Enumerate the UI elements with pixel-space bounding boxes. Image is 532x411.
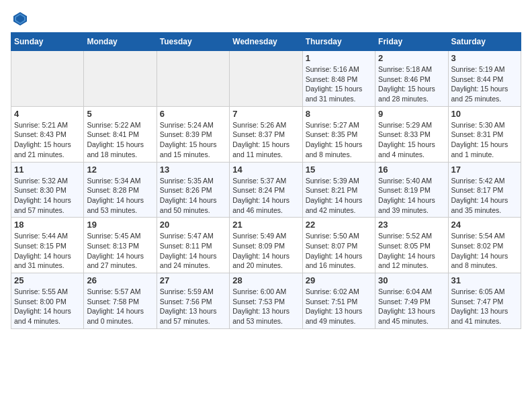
- day-info: Sunrise: 5:49 AMSunset: 8:09 PMDaylight:…: [232, 231, 299, 271]
- calendar-cell: 4Sunrise: 5:21 AMSunset: 8:43 PMDaylight…: [11, 106, 84, 162]
- day-number: 27: [160, 275, 226, 285]
- day-number: 10: [451, 109, 518, 119]
- day-info: Sunrise: 6:00 AMSunset: 7:53 PMDaylight:…: [232, 287, 299, 326]
- day-number: 4: [14, 109, 81, 119]
- weekday-header: Tuesday: [157, 33, 229, 51]
- day-info: Sunrise: 5:59 AMSunset: 7:56 PMDaylight:…: [160, 287, 226, 326]
- day-number: 20: [160, 220, 226, 230]
- day-number: 29: [306, 275, 372, 285]
- weekday-header: Thursday: [302, 33, 375, 51]
- day-info: Sunrise: 5:54 AMSunset: 8:02 PMDaylight:…: [451, 231, 518, 271]
- calendar-cell: 23Sunrise: 5:52 AMSunset: 8:05 PMDayligh…: [375, 218, 448, 273]
- day-info: Sunrise: 5:35 AMSunset: 8:26 PMDaylight:…: [160, 176, 226, 216]
- day-number: 5: [87, 109, 153, 119]
- calendar-cell: 15Sunrise: 5:39 AMSunset: 8:21 PMDayligh…: [302, 162, 375, 218]
- day-info: Sunrise: 5:40 AMSunset: 8:19 PMDaylight:…: [378, 176, 445, 216]
- day-number: 17: [451, 165, 518, 175]
- calendar-week-row: 11Sunrise: 5:32 AMSunset: 8:30 PMDayligh…: [11, 162, 521, 218]
- day-number: 7: [232, 109, 299, 119]
- page-header: [11, 11, 521, 27]
- calendar-cell: 20Sunrise: 5:47 AMSunset: 8:11 PMDayligh…: [157, 218, 229, 273]
- calendar-cell: 6Sunrise: 5:24 AMSunset: 8:39 PMDaylight…: [157, 106, 229, 162]
- calendar-week-row: 25Sunrise: 5:55 AMSunset: 8:00 PMDayligh…: [11, 273, 521, 329]
- calendar-cell: 29Sunrise: 6:02 AMSunset: 7:51 PMDayligh…: [302, 273, 375, 329]
- calendar-header-row: SundayMondayTuesdayWednesdayThursdayFrid…: [11, 33, 521, 51]
- day-number: 19: [87, 220, 153, 230]
- logo-icon: [12, 11, 28, 27]
- day-number: 12: [87, 165, 153, 175]
- calendar-cell: [157, 51, 229, 107]
- day-info: Sunrise: 5:18 AMSunset: 8:46 PMDaylight:…: [378, 64, 445, 104]
- calendar-cell: 14Sunrise: 5:37 AMSunset: 8:24 PMDayligh…: [230, 162, 302, 218]
- day-info: Sunrise: 5:34 AMSunset: 8:28 PMDaylight:…: [87, 176, 153, 216]
- day-info: Sunrise: 5:45 AMSunset: 8:13 PMDaylight:…: [87, 231, 153, 271]
- calendar: SundayMondayTuesdayWednesdayThursdayFrid…: [11, 32, 521, 329]
- day-number: 8: [306, 109, 372, 119]
- calendar-cell: 13Sunrise: 5:35 AMSunset: 8:26 PMDayligh…: [157, 162, 229, 218]
- day-number: 11: [14, 165, 81, 175]
- day-number: 2: [378, 53, 445, 63]
- weekday-header: Monday: [84, 33, 157, 51]
- calendar-cell: 18Sunrise: 5:44 AMSunset: 8:15 PMDayligh…: [11, 218, 84, 273]
- day-number: 18: [14, 220, 81, 230]
- day-info: Sunrise: 6:02 AMSunset: 7:51 PMDaylight:…: [306, 287, 372, 326]
- weekday-header: Wednesday: [230, 33, 302, 51]
- day-number: 13: [160, 165, 226, 175]
- calendar-cell: 7Sunrise: 5:26 AMSunset: 8:37 PMDaylight…: [230, 106, 302, 162]
- day-info: Sunrise: 5:47 AMSunset: 8:11 PMDaylight:…: [160, 231, 226, 271]
- calendar-cell: 21Sunrise: 5:49 AMSunset: 8:09 PMDayligh…: [230, 218, 302, 273]
- calendar-cell: 30Sunrise: 6:04 AMSunset: 7:49 PMDayligh…: [375, 273, 448, 329]
- calendar-cell: 8Sunrise: 5:27 AMSunset: 8:35 PMDaylight…: [302, 106, 375, 162]
- day-info: Sunrise: 5:42 AMSunset: 8:17 PMDaylight:…: [451, 176, 518, 216]
- day-info: Sunrise: 5:26 AMSunset: 8:37 PMDaylight:…: [232, 120, 299, 160]
- day-info: Sunrise: 5:22 AMSunset: 8:41 PMDaylight:…: [87, 120, 153, 160]
- calendar-cell: 3Sunrise: 5:19 AMSunset: 8:44 PMDaylight…: [448, 51, 521, 107]
- weekday-header: Sunday: [11, 33, 84, 51]
- calendar-week-row: 1Sunrise: 5:16 AMSunset: 8:48 PMDaylight…: [11, 51, 521, 107]
- calendar-week-row: 4Sunrise: 5:21 AMSunset: 8:43 PMDaylight…: [11, 106, 521, 162]
- day-info: Sunrise: 6:04 AMSunset: 7:49 PMDaylight:…: [378, 287, 445, 326]
- calendar-cell: 25Sunrise: 5:55 AMSunset: 8:00 PMDayligh…: [11, 273, 84, 329]
- calendar-cell: 17Sunrise: 5:42 AMSunset: 8:17 PMDayligh…: [448, 162, 521, 218]
- day-info: Sunrise: 5:19 AMSunset: 8:44 PMDaylight:…: [451, 64, 518, 104]
- calendar-cell: 1Sunrise: 5:16 AMSunset: 8:48 PMDaylight…: [302, 51, 375, 107]
- calendar-cell: 2Sunrise: 5:18 AMSunset: 8:46 PMDaylight…: [375, 51, 448, 107]
- day-info: Sunrise: 5:27 AMSunset: 8:35 PMDaylight:…: [306, 120, 372, 160]
- calendar-cell: [230, 51, 302, 107]
- calendar-cell: [11, 51, 84, 107]
- day-info: Sunrise: 5:21 AMSunset: 8:43 PMDaylight:…: [14, 120, 81, 160]
- calendar-cell: 24Sunrise: 5:54 AMSunset: 8:02 PMDayligh…: [448, 218, 521, 273]
- day-number: 31: [451, 275, 518, 285]
- calendar-cell: 28Sunrise: 6:00 AMSunset: 7:53 PMDayligh…: [230, 273, 302, 329]
- calendar-cell: 16Sunrise: 5:40 AMSunset: 8:19 PMDayligh…: [375, 162, 448, 218]
- day-number: 23: [378, 220, 445, 230]
- day-number: 9: [378, 109, 445, 119]
- calendar-cell: [84, 51, 157, 107]
- calendar-cell: 12Sunrise: 5:34 AMSunset: 8:28 PMDayligh…: [84, 162, 157, 218]
- day-number: 30: [378, 275, 445, 285]
- calendar-cell: 9Sunrise: 5:29 AMSunset: 8:33 PMDaylight…: [375, 106, 448, 162]
- day-number: 15: [306, 165, 372, 175]
- calendar-cell: 10Sunrise: 5:30 AMSunset: 8:31 PMDayligh…: [448, 106, 521, 162]
- day-number: 26: [87, 275, 153, 285]
- day-info: Sunrise: 5:16 AMSunset: 8:48 PMDaylight:…: [306, 64, 372, 104]
- calendar-cell: 19Sunrise: 5:45 AMSunset: 8:13 PMDayligh…: [84, 218, 157, 273]
- day-info: Sunrise: 6:05 AMSunset: 7:47 PMDaylight:…: [451, 287, 518, 326]
- day-info: Sunrise: 5:37 AMSunset: 8:24 PMDaylight:…: [232, 176, 299, 216]
- day-info: Sunrise: 5:29 AMSunset: 8:33 PMDaylight:…: [378, 120, 445, 160]
- day-info: Sunrise: 5:24 AMSunset: 8:39 PMDaylight:…: [160, 120, 226, 160]
- weekday-header: Saturday: [448, 33, 521, 51]
- day-info: Sunrise: 5:55 AMSunset: 8:00 PMDaylight:…: [14, 287, 81, 326]
- day-info: Sunrise: 5:57 AMSunset: 7:58 PMDaylight:…: [87, 287, 153, 326]
- day-number: 24: [451, 220, 518, 230]
- day-info: Sunrise: 5:44 AMSunset: 8:15 PMDaylight:…: [14, 231, 81, 271]
- day-info: Sunrise: 5:50 AMSunset: 8:07 PMDaylight:…: [306, 231, 372, 271]
- calendar-cell: 5Sunrise: 5:22 AMSunset: 8:41 PMDaylight…: [84, 106, 157, 162]
- day-info: Sunrise: 5:39 AMSunset: 8:21 PMDaylight:…: [306, 176, 372, 216]
- calendar-cell: 11Sunrise: 5:32 AMSunset: 8:30 PMDayligh…: [11, 162, 84, 218]
- weekday-header: Friday: [375, 33, 448, 51]
- calendar-cell: 26Sunrise: 5:57 AMSunset: 7:58 PMDayligh…: [84, 273, 157, 329]
- day-number: 22: [306, 220, 372, 230]
- calendar-cell: 22Sunrise: 5:50 AMSunset: 8:07 PMDayligh…: [302, 218, 375, 273]
- day-number: 14: [232, 165, 299, 175]
